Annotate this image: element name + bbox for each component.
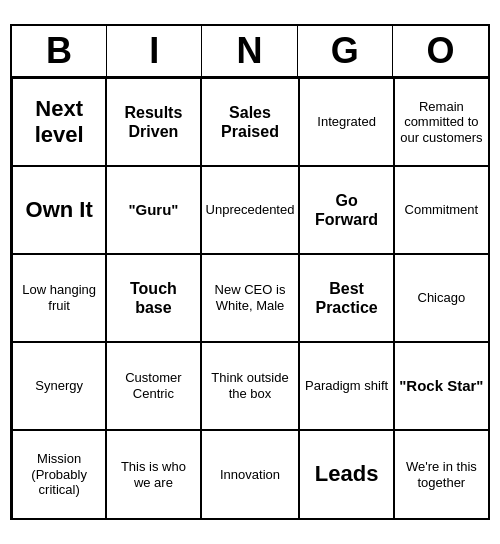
bingo-cell-text: "Guru": [128, 201, 178, 219]
bingo-cell-text: Remain committed to our customers: [399, 99, 484, 146]
bingo-cell-text: Go Forward: [304, 191, 388, 229]
bingo-cell: Commitment: [394, 166, 488, 254]
bingo-cell-text: Leads: [315, 461, 379, 487]
bingo-header-letter: O: [393, 26, 488, 76]
bingo-cell: Touch base: [106, 254, 200, 342]
bingo-cell-text: Commitment: [405, 202, 479, 218]
bingo-cell-text: Low hanging fruit: [17, 282, 101, 313]
bingo-cell-text: Best Practice: [304, 279, 388, 317]
bingo-cell-text: Mission (Probably critical): [17, 451, 101, 498]
bingo-cell-text: New CEO is White, Male: [206, 282, 295, 313]
bingo-cell-text: Touch base: [111, 279, 195, 317]
bingo-cell: "Guru": [106, 166, 200, 254]
bingo-cell-text: Customer Centric: [111, 370, 195, 401]
bingo-header-letter: G: [298, 26, 393, 76]
bingo-cell-text: Innovation: [220, 467, 280, 483]
bingo-cell: Paradigm shift: [299, 342, 393, 430]
bingo-cell: Next level: [12, 78, 106, 166]
bingo-cell: We're in this together: [394, 430, 488, 518]
bingo-cell-text: This is who we are: [111, 459, 195, 490]
bingo-cell-text: Unprecedented: [206, 202, 295, 218]
bingo-cell: Innovation: [201, 430, 300, 518]
bingo-cell: Chicago: [394, 254, 488, 342]
bingo-cell: This is who we are: [106, 430, 200, 518]
bingo-header: BINGO: [12, 26, 488, 78]
bingo-header-letter: B: [12, 26, 107, 76]
bingo-cell: Low hanging fruit: [12, 254, 106, 342]
bingo-cell-text: "Rock Star": [399, 377, 483, 395]
bingo-cell-text: Chicago: [418, 290, 466, 306]
bingo-cell: Customer Centric: [106, 342, 200, 430]
bingo-grid: Next levelResults DrivenSales PraisedInt…: [12, 78, 488, 518]
bingo-cell: Own It: [12, 166, 106, 254]
bingo-cell: Remain committed to our customers: [394, 78, 488, 166]
bingo-cell: Best Practice: [299, 254, 393, 342]
bingo-cell: Mission (Probably critical): [12, 430, 106, 518]
bingo-cell-text: Paradigm shift: [305, 378, 388, 394]
bingo-header-letter: N: [202, 26, 297, 76]
bingo-cell-text: Own It: [26, 197, 93, 223]
bingo-cell-text: Sales Praised: [206, 103, 295, 141]
bingo-cell-text: Think outside the box: [206, 370, 295, 401]
bingo-cell: Unprecedented: [201, 166, 300, 254]
bingo-cell: Synergy: [12, 342, 106, 430]
bingo-card: BINGO Next levelResults DrivenSales Prai…: [10, 24, 490, 520]
bingo-cell: Results Driven: [106, 78, 200, 166]
bingo-header-letter: I: [107, 26, 202, 76]
bingo-cell-text: Results Driven: [111, 103, 195, 141]
bingo-cell: Go Forward: [299, 166, 393, 254]
bingo-cell: Sales Praised: [201, 78, 300, 166]
bingo-cell: Integrated: [299, 78, 393, 166]
bingo-cell: "Rock Star": [394, 342, 488, 430]
bingo-cell-text: Synergy: [35, 378, 83, 394]
bingo-cell-text: Integrated: [317, 114, 376, 130]
bingo-cell-text: Next level: [17, 96, 101, 149]
bingo-cell-text: We're in this together: [399, 459, 484, 490]
bingo-cell: Think outside the box: [201, 342, 300, 430]
bingo-cell: New CEO is White, Male: [201, 254, 300, 342]
bingo-cell: Leads: [299, 430, 393, 518]
